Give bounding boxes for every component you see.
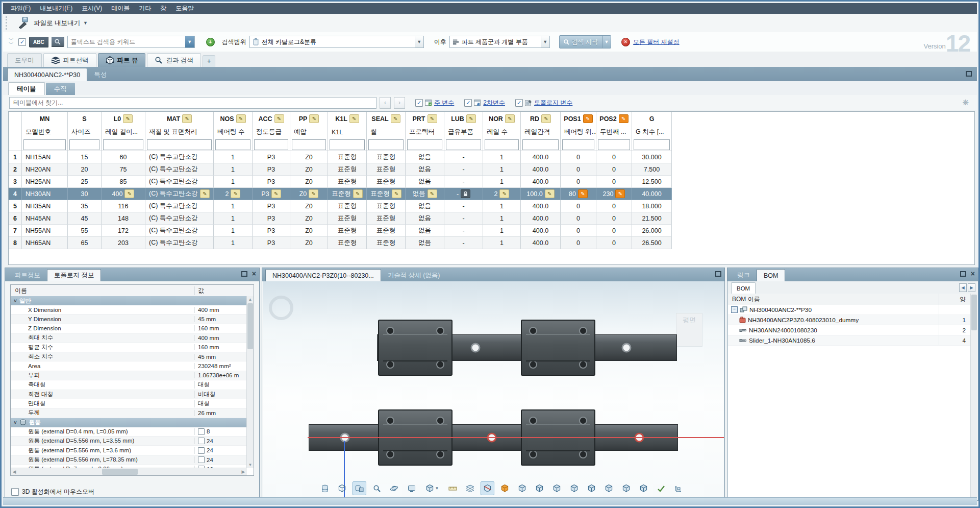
table-cell[interactable]: P3: [253, 237, 290, 249]
table-cell[interactable]: 1: [483, 237, 521, 249]
table-cell[interactable]: 1: [214, 176, 253, 188]
table-cell[interactable]: (C) 특수고탄소강: [145, 225, 214, 237]
secondary-vars-filter[interactable]: 2차변수: [464, 99, 505, 107]
edit-pencil-icon[interactable]: ✎: [124, 189, 134, 198]
filter-input-NOS[interactable]: [215, 139, 250, 150]
scroll-up-icon[interactable]: ▲: [247, 296, 254, 303]
primary-vars-filter[interactable]: 주 변수: [415, 99, 454, 107]
edit-pencil-icon[interactable]: ✎: [392, 189, 401, 198]
table-cell[interactable]: 0: [596, 225, 632, 237]
filter-input-S[interactable]: [69, 139, 99, 150]
tab-scroll-right-icon[interactable]: ▶: [968, 283, 975, 292]
primary-vars-checkbox[interactable]: [415, 99, 423, 107]
view-iso3-icon[interactable]: [550, 481, 564, 495]
table-cell[interactable]: 65: [68, 237, 102, 249]
table-cell[interactable]: 없음✎: [406, 188, 444, 200]
table-cell[interactable]: 1: [214, 225, 253, 237]
find-in-table-field[interactable]: [9, 97, 376, 109]
table-row[interactable]: 4NH30AN30400✎(C) 특수고탄소강✎2✎P3✎Z0✎표준형✎표준형✎…: [9, 188, 974, 200]
topology-vars-checkbox[interactable]: [515, 99, 523, 107]
table-settings-gear-icon[interactable]: ❋: [962, 98, 969, 107]
table-cell[interactable]: P3: [253, 225, 290, 237]
edit-pencil-icon[interactable]: ✎: [349, 114, 359, 123]
table-cell[interactable]: -: [444, 237, 483, 249]
column-header-RD[interactable]: RD✎: [521, 112, 561, 126]
maximize-icon[interactable]: [966, 71, 972, 77]
table-cell[interactable]: 0: [596, 212, 632, 225]
topology-checkbox[interactable]: [198, 428, 205, 435]
filter-input-K1L[interactable]: [330, 139, 365, 150]
edit-pencil-icon[interactable]: ✎: [583, 114, 593, 123]
table-cell[interactable]: 1: [483, 163, 521, 176]
property-group-일반[interactable]: ˅일반: [11, 296, 247, 305]
table-row[interactable]: 7NH55AN55172(C) 특수고탄소강1P3Z0표준형표준형없음-1400…: [9, 225, 974, 237]
edit-pencil-icon[interactable]: ✎: [615, 189, 625, 198]
tab-part-number[interactable]: NH300400ANC2-**P30: [7, 68, 87, 81]
table-cell[interactable]: 35: [68, 200, 102, 212]
table-cell[interactable]: 없음: [406, 163, 444, 176]
table-cell[interactable]: 1: [483, 212, 521, 225]
table-cell[interactable]: 0: [596, 237, 632, 249]
edit-pencil-icon[interactable]: ✎: [428, 114, 437, 123]
table-cell[interactable]: (C) 특수고탄소강: [145, 163, 214, 176]
table-cell[interactable]: NH25AN: [22, 176, 68, 188]
after-dropdown-button[interactable]: ▼: [541, 36, 549, 47]
property-hscrollbar[interactable]: ◀ ▶: [11, 468, 247, 475]
table-cell[interactable]: 116: [102, 200, 145, 212]
column-header-L0[interactable]: L0✎: [102, 112, 145, 126]
table-cell[interactable]: 100.0✎: [521, 188, 561, 200]
reset-filters-icon[interactable]: ✕: [621, 38, 630, 46]
filter-input-SEAL[interactable]: [368, 139, 404, 150]
edit-pencil-icon[interactable]: ✎: [231, 189, 240, 198]
scroll-down-icon[interactable]: ▼: [247, 462, 254, 468]
menu-item-0[interactable]: 파일(F): [6, 3, 35, 14]
table-cell[interactable]: 표준형: [328, 151, 367, 163]
start-search-dropdown[interactable]: ▼: [602, 36, 611, 48]
database-icon[interactable]: [318, 481, 332, 495]
table-cell[interactable]: 15: [68, 151, 102, 163]
bom-row[interactable]: NH30ANN2400010802302: [728, 325, 971, 335]
table-cell[interactable]: 1: [483, 176, 521, 188]
table-cell[interactable]: Z0: [290, 237, 328, 249]
edit-pencil-icon[interactable]: ✎: [353, 189, 363, 198]
property-row[interactable]: 원통 (external D=5.556 mm, L=78.35 mm)24: [11, 455, 247, 465]
table-row[interactable]: 3NH25AN2585(C) 특수고탄소강1P3Z0표준형표준형없음-1400.…: [9, 176, 974, 188]
filter-input-MAT[interactable]: [147, 139, 212, 150]
property-row[interactable]: Z Dimension160 mm: [11, 324, 247, 333]
menu-item-3[interactable]: 테이블: [107, 3, 134, 14]
table-cell[interactable]: 30.000: [632, 151, 672, 163]
view-select-dropdown[interactable]: ▼: [422, 481, 442, 495]
table-cell[interactable]: 1: [214, 151, 253, 163]
table-cell[interactable]: NH45AN: [22, 212, 68, 225]
filter-input-ACC[interactable]: [254, 139, 288, 150]
edit-pencil-icon[interactable]: ✎: [200, 189, 210, 198]
table-cell[interactable]: (C) 특수고탄소강: [145, 237, 214, 249]
table-cell[interactable]: 60: [102, 151, 145, 163]
property-row[interactable]: 원통 (external D=0.4 mm, L=0.05 mm)8: [11, 427, 247, 437]
topology-checkbox[interactable]: [198, 456, 205, 463]
mouseover-checkbox[interactable]: [11, 488, 19, 496]
table-cell[interactable]: -: [444, 188, 483, 200]
edit-pencil-icon[interactable]: ✎: [541, 114, 551, 123]
table-cell[interactable]: 26.000: [632, 225, 672, 237]
table-cell[interactable]: NH20AN: [22, 163, 68, 176]
collapse-expander-icon[interactable]: −: [731, 306, 738, 313]
filter-input-RD[interactable]: [522, 139, 559, 150]
edit-pencil-icon[interactable]: ✎: [578, 189, 588, 198]
table-cell[interactable]: 400.0: [521, 176, 561, 188]
view-iso5-icon[interactable]: [585, 481, 598, 495]
property-row[interactable]: 평균 치수160 mm: [11, 343, 247, 352]
table-cell[interactable]: Z0: [290, 212, 328, 225]
layers-icon[interactable]: [463, 481, 477, 495]
property-row[interactable]: X Dimension400 mm: [11, 305, 247, 315]
table-row[interactable]: 5NH35AN35116(C) 특수고탄소강1P3Z0표준형표준형없음-1400…: [9, 200, 974, 212]
table-cell[interactable]: 172: [102, 225, 145, 237]
table-cell[interactable]: 1: [214, 212, 253, 225]
table-cell[interactable]: 표준형✎: [367, 188, 406, 200]
menu-item-1[interactable]: 내보내기(E): [35, 3, 77, 14]
table-cell[interactable]: P3: [253, 200, 290, 212]
column-header-MAT[interactable]: MAT✎: [145, 112, 214, 126]
secondary-vars-checkbox[interactable]: [464, 99, 472, 107]
property-row[interactable]: 부피1.06738e+06 m: [11, 371, 247, 380]
column-header-G[interactable]: G: [632, 112, 672, 126]
